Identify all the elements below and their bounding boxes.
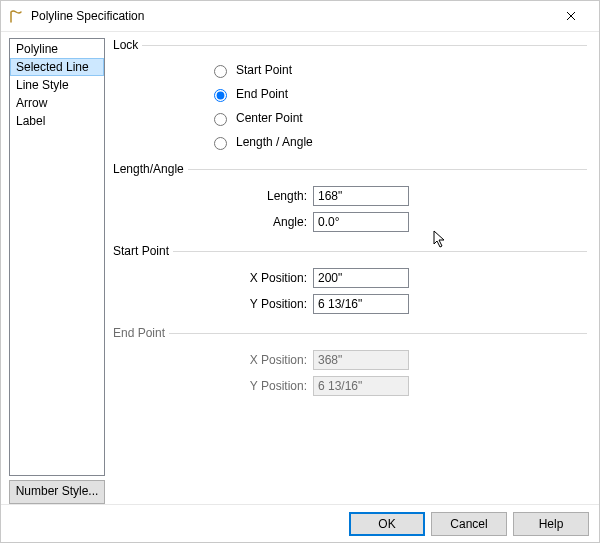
close-button[interactable] [551,2,591,30]
dialog-body: Polyline Selected Line Line Style Arrow … [1,32,599,504]
lock-center-point[interactable]: Center Point [209,110,587,126]
main-panel: Lock Start Point End Point Center Point [113,38,591,504]
angle-input[interactable]: 0.0° [313,212,409,232]
start-point-group: Start Point X Position: 200" Y Position:… [113,244,587,314]
start-x-label: X Position: [113,271,313,285]
sidebar-item-arrow[interactable]: Arrow [10,94,104,112]
sidebar-item-selected-line[interactable]: Selected Line [10,58,104,76]
radio-label: End Point [236,87,288,101]
cancel-button[interactable]: Cancel [431,512,507,536]
length-input[interactable]: 168" [313,186,409,206]
sidebar: Polyline Selected Line Line Style Arrow … [9,38,105,504]
number-style-button[interactable]: Number Style... [9,480,105,504]
end-point-group: End Point X Position: 368" Y Position: 6… [113,326,587,396]
end-y-label: Y Position: [113,379,313,393]
lock-group: Lock Start Point End Point Center Point [113,38,587,150]
length-label: Length: [113,189,313,203]
end-x-label: X Position: [113,353,313,367]
start-y-input[interactable]: 6 13/16" [313,294,409,314]
sidebar-item-label[interactable]: Label [10,112,104,130]
dialog-window: Polyline Specification Polyline Selected… [0,0,600,543]
angle-label: Angle: [113,215,313,229]
start-y-row: Y Position: 6 13/16" [113,294,587,314]
radio-start-point[interactable] [214,65,227,78]
lock-length-angle[interactable]: Length / Angle [209,134,587,150]
sidebar-item-line-style[interactable]: Line Style [10,76,104,94]
lock-end-point[interactable]: End Point [209,86,587,102]
category-list[interactable]: Polyline Selected Line Line Style Arrow … [9,38,105,476]
start-point-legend: Start Point [113,244,173,258]
lock-legend: Lock [113,38,142,52]
sidebar-item-polyline[interactable]: Polyline [10,40,104,58]
radio-label: Start Point [236,63,292,77]
lock-start-point[interactable]: Start Point [209,62,587,78]
title-bar: Polyline Specification [1,1,599,32]
end-x-row: X Position: 368" [113,350,587,370]
radio-center-point[interactable] [214,113,227,126]
radio-length-angle[interactable] [214,137,227,150]
end-y-row: Y Position: 6 13/16" [113,376,587,396]
end-y-input: 6 13/16" [313,376,409,396]
start-x-row: X Position: 200" [113,268,587,288]
radio-label: Center Point [236,111,303,125]
help-button[interactable]: Help [513,512,589,536]
length-angle-legend: Length/Angle [113,162,188,176]
angle-row: Angle: 0.0° [113,212,587,232]
title-text: Polyline Specification [31,9,551,23]
length-angle-group: Length/Angle Length: 168" Angle: 0.0° [113,162,587,232]
lock-options: Start Point End Point Center Point Lengt… [209,62,587,150]
start-x-input[interactable]: 200" [313,268,409,288]
ok-button[interactable]: OK [349,512,425,536]
length-row: Length: 168" [113,186,587,206]
dialog-footer: OK Cancel Help [1,504,599,542]
end-point-legend: End Point [113,326,169,340]
radio-label: Length / Angle [236,135,313,149]
start-y-label: Y Position: [113,297,313,311]
radio-end-point[interactable] [214,89,227,102]
end-x-input: 368" [313,350,409,370]
app-icon [9,8,25,24]
